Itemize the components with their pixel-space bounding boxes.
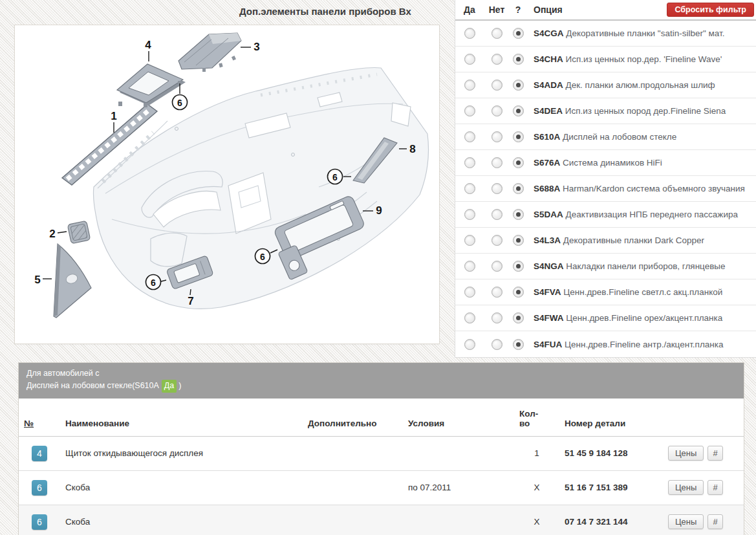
part-name: Скоба bbox=[60, 470, 303, 505]
radio-no-S4CGA[interactable] bbox=[491, 28, 502, 39]
reset-filter-button[interactable]: Сбросить фильтр bbox=[667, 3, 754, 17]
column-header-no: Нет bbox=[484, 5, 510, 15]
position-badge[interactable]: 6 bbox=[32, 514, 47, 530]
radio-no-S676A[interactable] bbox=[491, 157, 502, 168]
radio-no-S4FWA[interactable] bbox=[491, 312, 502, 323]
hash-button[interactable]: # bbox=[707, 446, 722, 461]
position-badge[interactable]: 6 bbox=[32, 480, 47, 496]
radio-unknown-S4NGA[interactable] bbox=[513, 261, 524, 272]
diagram-panel: 436186926567 bbox=[14, 25, 440, 344]
radio-unknown-S4ADA[interactable] bbox=[513, 80, 524, 91]
radio-yes-S676A[interactable] bbox=[464, 157, 475, 168]
hash-button[interactable]: # bbox=[707, 480, 722, 495]
option-label: S4DEA Исп.из ценных пород дер.Fineline S… bbox=[526, 106, 756, 116]
svg-text:7: 7 bbox=[188, 295, 193, 307]
part-qty: X bbox=[514, 470, 559, 505]
radio-unknown-S5DAA[interactable] bbox=[513, 209, 524, 220]
parts-row: 6СкобаX07 14 7 321 144Цены# bbox=[19, 505, 744, 535]
radio-yes-S4ADA[interactable] bbox=[464, 80, 475, 91]
svg-text:9: 9 bbox=[376, 204, 382, 217]
filter-option-row: S4DEA Исп.из ценных пород дер.Fineline S… bbox=[455, 98, 756, 124]
radio-unknown-S4CHA[interactable] bbox=[513, 54, 524, 65]
part-name: Скоба bbox=[60, 505, 303, 535]
radio-no-S610A[interactable] bbox=[491, 131, 502, 142]
radio-unknown-S4FWA[interactable] bbox=[513, 312, 524, 323]
filter-option-row: S4L3A Декоративные планки Dark Copper bbox=[455, 228, 756, 254]
callout-5[interactable]: 5 bbox=[34, 274, 52, 286]
radio-no-S688A[interactable] bbox=[491, 183, 502, 194]
radio-yes-S4FWA[interactable] bbox=[464, 312, 475, 323]
radio-yes-S4L3A[interactable] bbox=[464, 235, 475, 246]
prices-button[interactable]: Цены bbox=[668, 514, 704, 529]
svg-text:3: 3 bbox=[254, 41, 259, 53]
part-2-air-vent[interactable] bbox=[67, 221, 91, 244]
radio-unknown-S610A[interactable] bbox=[513, 131, 524, 142]
radio-no-S4NGA[interactable] bbox=[491, 261, 502, 272]
callout-4[interactable]: 4 bbox=[145, 39, 151, 62]
column-header-yes: Да bbox=[455, 5, 484, 15]
svg-text:8: 8 bbox=[409, 143, 415, 155]
part-extra bbox=[303, 436, 403, 470]
filter-option-row: S4FWA Ценн.древ.Fineline орех/акцент.пла… bbox=[455, 305, 756, 331]
radio-yes-S4CHA[interactable] bbox=[464, 54, 475, 65]
position-badge[interactable]: 4 bbox=[32, 446, 47, 461]
filter-option-row: S4FVA Ценн.древ.Fineline светл.с акц.пла… bbox=[455, 279, 756, 305]
radio-yes-S4FUA[interactable] bbox=[464, 339, 475, 350]
part-3-speaker-cover[interactable] bbox=[178, 33, 241, 72]
context-line1: Для автомобилей с bbox=[27, 367, 736, 380]
parts-row: 4Щиток откидывающегося дисплея151 45 9 1… bbox=[19, 436, 744, 470]
radio-yes-S688A[interactable] bbox=[464, 183, 475, 194]
svg-text:6: 6 bbox=[260, 252, 265, 262]
filter-context-band: Для автомобилей с Дисплей на лобовом сте… bbox=[19, 363, 744, 399]
prices-button[interactable]: Цены bbox=[668, 480, 704, 495]
callout-2[interactable]: 2 bbox=[49, 228, 67, 240]
part-qty: 1 bbox=[514, 436, 559, 470]
radio-unknown-S4L3A[interactable] bbox=[513, 235, 524, 246]
radio-yes-S610A[interactable] bbox=[464, 131, 475, 142]
radio-unknown-S688A[interactable] bbox=[513, 183, 524, 194]
callout-1[interactable]: 1 bbox=[111, 110, 116, 133]
radio-yes-S4CGA[interactable] bbox=[464, 28, 475, 39]
callout-3[interactable]: 3 bbox=[241, 41, 260, 53]
parts-row: 6Скобапо 07.2011X51 16 7 151 389Цены# bbox=[19, 470, 744, 505]
radio-no-S5DAA[interactable] bbox=[491, 209, 502, 220]
radio-no-S4CHA[interactable] bbox=[491, 54, 502, 65]
radio-no-S4L3A[interactable] bbox=[491, 235, 502, 246]
context-chip-yes: Да bbox=[162, 380, 177, 392]
part-number: 51 16 7 151 389 bbox=[559, 470, 663, 505]
svg-text:6: 6 bbox=[151, 278, 156, 288]
prices-button[interactable]: Цены bbox=[668, 446, 704, 461]
radio-yes-S4NGA[interactable] bbox=[464, 261, 475, 272]
radio-unknown-S4DEA[interactable] bbox=[513, 105, 524, 116]
part-5-side-panel[interactable] bbox=[54, 244, 91, 318]
radio-no-S4DEA[interactable] bbox=[491, 105, 502, 116]
option-label: S610A Дисплей на лобовом стекле bbox=[526, 132, 756, 142]
column-header-number[interactable]: № bbox=[19, 399, 60, 437]
options-filter-panel: Да Нет ? Опция Сбросить фильтр S4CGA Дек… bbox=[455, 0, 756, 358]
filter-option-row: S4NGA Накладки панели приборов, глянцевы… bbox=[455, 254, 756, 279]
part-condition: по 07.2011 bbox=[403, 470, 514, 505]
radio-unknown-S676A[interactable] bbox=[513, 157, 524, 168]
radio-no-S4FUA[interactable] bbox=[491, 339, 502, 350]
radio-no-S4FVA[interactable] bbox=[491, 287, 502, 298]
option-label: S4CGA Декоративные планки "satin-silber"… bbox=[526, 28, 756, 38]
svg-text:2: 2 bbox=[49, 228, 55, 240]
column-header-extra: Дополнительно bbox=[303, 399, 403, 437]
radio-yes-S4FVA[interactable] bbox=[464, 287, 475, 298]
part-extra bbox=[303, 505, 403, 535]
hash-button[interactable]: # bbox=[707, 514, 722, 529]
radio-unknown-S4FVA[interactable] bbox=[513, 287, 524, 298]
option-label: S4L3A Декоративные планки Dark Copper bbox=[526, 235, 756, 245]
part-number: 51 45 9 184 128 bbox=[559, 436, 663, 470]
radio-unknown-S4CGA[interactable] bbox=[513, 28, 524, 39]
filter-option-row: S688A Harman/Kardon система объемного зв… bbox=[455, 176, 756, 202]
radio-unknown-S4FUA[interactable] bbox=[513, 339, 524, 350]
svg-text:6: 6 bbox=[332, 172, 338, 182]
part-name: Щиток откидывающегося дисплея bbox=[60, 436, 303, 470]
part-extra bbox=[303, 470, 403, 505]
radio-yes-S4DEA[interactable] bbox=[464, 105, 475, 116]
radio-yes-S5DAA[interactable] bbox=[464, 209, 475, 220]
filter-option-row: S4ADA Дек. планки алюм.продольная шлиф bbox=[455, 72, 756, 98]
radio-no-S4ADA[interactable] bbox=[491, 80, 502, 91]
option-label: S4FUA Ценн.древ.Fineline антр./акцент.пл… bbox=[526, 340, 756, 349]
